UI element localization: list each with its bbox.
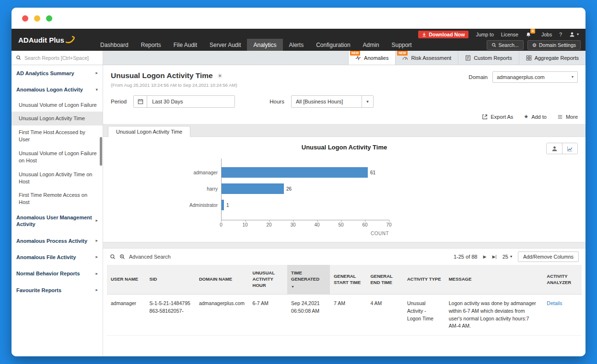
sidebar-item-first-time-remote-access-host[interactable]: First Time Remote Access on Host [12, 188, 103, 209]
add-to-button[interactable]: ★ Add to [524, 114, 547, 120]
chart-line-view-button[interactable] [562, 143, 577, 154]
nav-tab-admin[interactable]: Admin [357, 39, 386, 51]
report-settings-icon[interactable]: ☀ [217, 72, 223, 80]
column-header-domain-name[interactable]: DOMAIN NAME [195, 265, 249, 295]
sidebar-item-unusual-volume-logon-failure[interactable]: Unusual Volume of Logon Failure [12, 98, 103, 112]
nav-tab-server-audit[interactable]: Server Audit [203, 39, 247, 51]
chart-title: Unusual Logon Activity Time [111, 144, 578, 151]
bar-harry[interactable] [222, 183, 284, 194]
gear-icon: ⚙ [532, 42, 537, 48]
window-close-button[interactable] [22, 15, 28, 22]
column-header-time-generated[interactable]: TIME GENERATED ▼ [287, 265, 330, 295]
sidebar-section-anomalous-process-activity[interactable]: Anomalous Process Activity ▸ [12, 233, 103, 249]
nav-tab-dashboard[interactable]: Dashboard [94, 39, 135, 51]
cell-sid: S-1-5-21-1484795863-58162057- [146, 295, 195, 336]
nav-tab-analytics[interactable]: Analytics [247, 39, 282, 51]
chevron-down-icon: ▾ [95, 87, 98, 93]
subtab-custom-reports[interactable]: Custom Reports [458, 51, 518, 65]
download-now-button[interactable]: Download Now [418, 31, 468, 38]
chevron-down-icon: ▾ [362, 96, 373, 107]
details-link[interactable]: Details [547, 300, 562, 306]
jobs-menu[interactable]: Jobs [541, 32, 552, 37]
nav-tab-reports[interactable]: Reports [135, 39, 167, 51]
risk-assessment-icon [402, 55, 408, 61]
search-icon[interactable] [110, 254, 116, 260]
bar-value-label: 26 [286, 186, 292, 192]
hours-select-value: All [Business Hours] [292, 99, 362, 104]
sidebar-item-unusual-volume-logon-failure-host[interactable]: Unusual Volume of Logon Failure on Host [12, 147, 103, 168]
window-zoom-button[interactable] [46, 15, 52, 22]
nav-tab-alerts[interactable]: Alerts [283, 39, 310, 51]
advanced-search-label[interactable]: Advanced Search [129, 254, 171, 260]
x-tick-label: 40 [314, 222, 319, 228]
nav-tab-file-audit[interactable]: File Audit [167, 39, 203, 51]
more-button[interactable]: More [557, 114, 578, 120]
report-search-box[interactable] [12, 51, 103, 65]
jump-to-menu[interactable]: Jump to [476, 32, 493, 37]
section-divider [103, 242, 585, 249]
sidebar-item-unusual-logon-activity-time-host[interactable]: Unusual Logon Activity Time on Host [12, 168, 103, 189]
advanced-search-icon[interactable] [119, 254, 125, 260]
column-header-activity-analyzer[interactable]: ACTIVITY ANALYZER [543, 265, 582, 295]
hours-select[interactable]: All [Business Hours] ▾ [291, 95, 374, 108]
logo-swoosh-icon [65, 35, 76, 44]
export-as-button[interactable]: Export As [482, 114, 513, 120]
section-label: Anomalous User Management Activity [16, 214, 93, 228]
sidebar-section-anomalous-user-management[interactable]: Anomalous User Management Activity ▸ [12, 209, 103, 233]
help-label: ? [559, 32, 562, 37]
column-header-user-name[interactable]: USER NAME [107, 265, 146, 295]
column-header-general-start-time[interactable]: GENERAL START TIME [330, 265, 366, 295]
chart-plot: admanager61harry26Administrator1 [221, 159, 389, 220]
cell-activity-type: Unusual Activity - Logon Time [403, 295, 445, 336]
report-search-input[interactable] [24, 55, 96, 61]
sidebar-item-unusual-logon-activity-time[interactable]: Unusual Logon Activity Time [12, 112, 103, 125]
next-page-button[interactable]: ▶ [483, 254, 487, 259]
app-logo-text: ADAudit Plus [18, 36, 64, 44]
new-badge: NEW [350, 51, 360, 56]
sidebar-section-normal-behavior-reports[interactable]: Normal Behavior Reports ▸ [12, 265, 103, 282]
bar-Administrator[interactable] [222, 200, 224, 210]
last-page-button[interactable]: ▶| [492, 254, 496, 259]
bar-admanager[interactable] [222, 167, 368, 178]
chevron-right-icon: ▸ [95, 70, 98, 76]
column-header-general-end-time[interactable]: GENERAL END TIME [366, 265, 403, 295]
account-menu[interactable]: ▾ [569, 32, 579, 37]
column-header-sid[interactable]: SID [146, 265, 195, 295]
subtab-anomalies-label: Anomalies [364, 55, 388, 61]
sidebar-item-first-time-host-accessed[interactable]: First Time Host Accessed by User [12, 125, 103, 147]
window-minimize-button[interactable] [34, 15, 40, 22]
bar-row: Administrator1 [222, 200, 389, 210]
license-menu[interactable]: License [501, 32, 518, 37]
sidebar-scrollbar-thumb[interactable] [100, 137, 102, 166]
subtab-anomalies[interactable]: NEW Anomalies [348, 51, 395, 65]
nav-tab-configuration[interactable]: Configuration [310, 39, 356, 51]
column-header-activity-type[interactable]: ACTIVITY TYPE [403, 265, 445, 295]
global-search-button[interactable]: Search... [487, 40, 524, 50]
chart-users-view-button[interactable] [547, 143, 562, 154]
calendar-icon[interactable] [134, 96, 147, 107]
add-remove-columns-button[interactable]: Add/Remove Columns [518, 251, 579, 262]
notifications-button[interactable]: 4 [526, 32, 534, 38]
period-value[interactable]: Last 30 Days [147, 99, 234, 104]
period-label: Period [111, 99, 127, 104]
nav-tab-support[interactable]: Support [386, 39, 418, 51]
sidebar-section-favourite-reports[interactable]: Favourite Reports ▸ [12, 282, 103, 298]
report-tab-unusual-logon-activity-time[interactable]: Unusual Logon Activity Time [108, 126, 190, 137]
sidebar-section-anomalous-file-activity[interactable]: Anomalous File Activity ▸ [12, 249, 103, 265]
column-header-message[interactable]: MESSAGE [445, 265, 543, 295]
list-icon [557, 114, 563, 120]
help-button[interactable]: ? [559, 32, 562, 37]
subtab-aggregate-reports[interactable]: Aggregate Reports [519, 51, 585, 65]
report-main: Unusual Logon Activity Time ☀ (From Aug … [103, 65, 585, 356]
add-to-label: Add to [531, 114, 547, 120]
column-header-unusual-activity-hour[interactable]: UNUSUAL ACTIVITY HOUR [249, 265, 288, 295]
sidebar-section-ad-analytics-summary[interactable]: AD Analytics Summary ▸ [12, 65, 103, 81]
jump-to-label: Jump to [476, 32, 493, 37]
cell-time-generated: Sep 24,2021 06:50:08 AM [287, 295, 330, 336]
domain-select[interactable]: admanagerplus.com ▾ [492, 71, 578, 83]
custom-reports-icon [465, 55, 471, 61]
subtab-risk-assessment[interactable]: NEW Risk Assessment [395, 51, 458, 65]
page-size-select[interactable]: 25 ▾ [503, 254, 512, 260]
sidebar-section-anomalous-logon-activity[interactable]: Anomalous Logon Activity ▾ [12, 81, 103, 98]
domain-settings-button[interactable]: ⚙ Domain Settings [527, 40, 581, 50]
